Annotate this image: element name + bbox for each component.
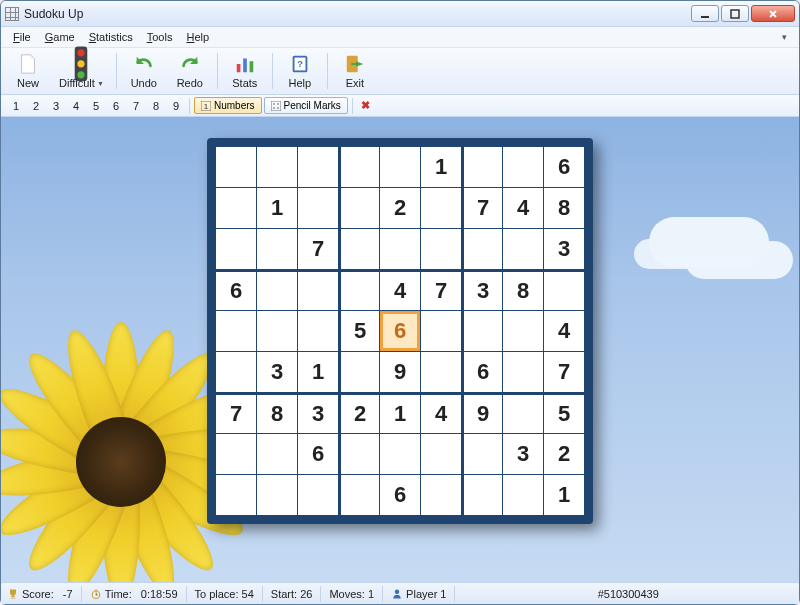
cell-r8-c6[interactable]: [462, 475, 502, 515]
cell-r3-c6[interactable]: 3: [462, 270, 502, 310]
number-7-button[interactable]: 7: [127, 98, 145, 114]
cell-r6-c2[interactable]: 3: [298, 393, 338, 433]
cell-r0-c6[interactable]: [462, 147, 502, 187]
cell-r8-c4[interactable]: 6: [380, 475, 420, 515]
cell-r2-c2[interactable]: 7: [298, 229, 338, 269]
cell-r1-c6[interactable]: 7: [462, 188, 502, 228]
exit-button[interactable]: Exit: [334, 49, 376, 93]
cell-r6-c6[interactable]: 9: [462, 393, 502, 433]
cell-r1-c5[interactable]: [421, 188, 461, 228]
cell-r5-c7[interactable]: [503, 352, 543, 392]
cell-r8-c1[interactable]: [257, 475, 297, 515]
cell-r7-c7[interactable]: 3: [503, 434, 543, 474]
cell-r5-c1[interactable]: 3: [257, 352, 297, 392]
cell-r3-c3[interactable]: [339, 270, 379, 310]
cell-r2-c4[interactable]: [380, 229, 420, 269]
cell-r1-c3[interactable]: [339, 188, 379, 228]
cell-r0-c4[interactable]: [380, 147, 420, 187]
cell-r3-c5[interactable]: 7: [421, 270, 461, 310]
cell-r7-c5[interactable]: [421, 434, 461, 474]
number-9-button[interactable]: 9: [167, 98, 185, 114]
cell-r4-c2[interactable]: [298, 311, 338, 351]
help-button[interactable]: ? Help: [279, 49, 321, 93]
cell-r6-c5[interactable]: 4: [421, 393, 461, 433]
cell-r4-c1[interactable]: [257, 311, 297, 351]
cell-r2-c5[interactable]: [421, 229, 461, 269]
cell-r8-c0[interactable]: [216, 475, 256, 515]
cell-r0-c0[interactable]: [216, 147, 256, 187]
cell-r8-c3[interactable]: [339, 475, 379, 515]
cell-r4-c6[interactable]: [462, 311, 502, 351]
cell-r7-c1[interactable]: [257, 434, 297, 474]
number-2-button[interactable]: 2: [27, 98, 45, 114]
cell-r8-c5[interactable]: [421, 475, 461, 515]
cell-r0-c2[interactable]: [298, 147, 338, 187]
undo-button[interactable]: Undo: [123, 49, 165, 93]
cell-r7-c0[interactable]: [216, 434, 256, 474]
menu-help[interactable]: HelpHelp: [180, 30, 215, 44]
menu-statistics[interactable]: StatisticsStatistics: [83, 30, 139, 44]
cell-r0-c1[interactable]: [257, 147, 297, 187]
cell-r6-c4[interactable]: 1: [380, 393, 420, 433]
number-4-button[interactable]: 4: [67, 98, 85, 114]
cell-r3-c1[interactable]: [257, 270, 297, 310]
menu-tools[interactable]: ToolsTools: [141, 30, 179, 44]
cell-r0-c5[interactable]: 1: [421, 147, 461, 187]
cell-r7-c8[interactable]: 2: [544, 434, 584, 474]
number-6-button[interactable]: 6: [107, 98, 125, 114]
cell-r6-c0[interactable]: 7: [216, 393, 256, 433]
maximize-button[interactable]: [721, 5, 749, 22]
cell-r2-c0[interactable]: [216, 229, 256, 269]
close-button[interactable]: [751, 5, 795, 22]
cell-r4-c3[interactable]: 5: [339, 311, 379, 351]
number-3-button[interactable]: 3: [47, 98, 65, 114]
cell-r3-c8[interactable]: [544, 270, 584, 310]
number-1-button[interactable]: 1: [7, 98, 25, 114]
cell-r7-c2[interactable]: 6: [298, 434, 338, 474]
cell-r3-c0[interactable]: 6: [216, 270, 256, 310]
cell-r7-c3[interactable]: [339, 434, 379, 474]
cell-r5-c2[interactable]: 1: [298, 352, 338, 392]
cell-r5-c4[interactable]: 9: [380, 352, 420, 392]
cell-r4-c8[interactable]: 4: [544, 311, 584, 351]
difficulty-button[interactable]: Difficult▼: [53, 49, 110, 93]
cell-r8-c2[interactable]: [298, 475, 338, 515]
cell-r4-c0[interactable]: [216, 311, 256, 351]
cell-r3-c4[interactable]: 4: [380, 270, 420, 310]
cell-r5-c8[interactable]: 7: [544, 352, 584, 392]
cell-r3-c2[interactable]: [298, 270, 338, 310]
cell-r7-c6[interactable]: [462, 434, 502, 474]
menu-file[interactable]: FFileile: [7, 30, 37, 44]
menu-overflow[interactable]: ▾: [776, 32, 793, 42]
cell-r6-c3[interactable]: 2: [339, 393, 379, 433]
cell-r1-c7[interactable]: 4: [503, 188, 543, 228]
new-button[interactable]: New: [7, 49, 49, 93]
cell-r7-c4[interactable]: [380, 434, 420, 474]
cell-r8-c8[interactable]: 1: [544, 475, 584, 515]
cell-r0-c7[interactable]: [503, 147, 543, 187]
cell-r5-c6[interactable]: 6: [462, 352, 502, 392]
cell-r2-c1[interactable]: [257, 229, 297, 269]
numbers-mode-button[interactable]: 1 Numbers: [194, 97, 262, 114]
cell-r1-c1[interactable]: 1: [257, 188, 297, 228]
cell-r4-c5[interactable]: [421, 311, 461, 351]
clear-cell-button[interactable]: ✖: [361, 99, 370, 112]
cell-r5-c5[interactable]: [421, 352, 461, 392]
cell-r3-c7[interactable]: 8: [503, 270, 543, 310]
cell-r5-c3[interactable]: [339, 352, 379, 392]
stats-button[interactable]: Stats: [224, 49, 266, 93]
minimize-button[interactable]: [691, 5, 719, 22]
redo-button[interactable]: Redo: [169, 49, 211, 93]
cell-r5-c0[interactable]: [216, 352, 256, 392]
number-8-button[interactable]: 8: [147, 98, 165, 114]
cell-r6-c1[interactable]: 8: [257, 393, 297, 433]
cell-r2-c7[interactable]: [503, 229, 543, 269]
cell-r1-c2[interactable]: [298, 188, 338, 228]
cell-r6-c7[interactable]: [503, 393, 543, 433]
cell-r0-c8[interactable]: 6: [544, 147, 584, 187]
cell-r2-c6[interactable]: [462, 229, 502, 269]
menu-game[interactable]: GameGame: [39, 30, 81, 44]
cell-r0-c3[interactable]: [339, 147, 379, 187]
number-5-button[interactable]: 5: [87, 98, 105, 114]
cell-r2-c8[interactable]: 3: [544, 229, 584, 269]
